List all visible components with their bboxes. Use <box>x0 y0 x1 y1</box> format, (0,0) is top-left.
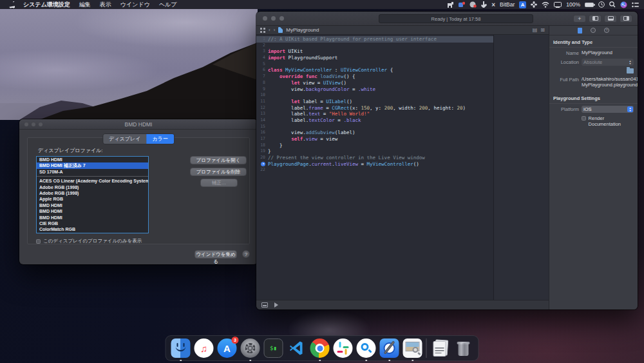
prefs-title-bar[interactable]: BMD HDMI <box>19 119 258 130</box>
editor-options-icon[interactable]: ▤ <box>533 26 538 35</box>
reveal-in-finder-icon[interactable] <box>627 68 634 74</box>
close-window-button[interactable] <box>263 16 267 21</box>
vscode-icon <box>287 338 307 358</box>
gather-windows-button[interactable]: ウインドウを集める <box>194 250 237 259</box>
inspector-toggle-button[interactable] <box>620 15 632 23</box>
pinwheel-status-icon[interactable] <box>531 1 537 8</box>
profile-list-item[interactable]: BMD HDMI <box>37 157 148 162</box>
apple-menu-icon[interactable] <box>5 1 19 8</box>
running-indicator-dot <box>412 360 413 362</box>
xcode-window-controls[interactable] <box>263 16 284 21</box>
terminal-icon: $▮ <box>264 338 283 358</box>
battery-icon[interactable] <box>585 1 594 8</box>
profile-list-item[interactable]: BMD HDMI 補正済み 7 <box>37 162 148 168</box>
breadcrumb-file-name[interactable]: MyPlayground <box>286 27 319 33</box>
open-profile-button[interactable]: プロファイルを開く <box>190 156 247 164</box>
dock-item-terminal[interactable]: $▮ <box>264 338 283 358</box>
record-status-icon[interactable] <box>469 1 477 8</box>
delete-profile-button[interactable]: プロファイルを削除 <box>190 168 247 176</box>
xbar-status-icon[interactable]: × <box>491 1 495 8</box>
menu-window[interactable]: ウインドウ <box>116 0 155 9</box>
pointer-hand-status-icon[interactable] <box>481 1 487 8</box>
platform-dropdown[interactable]: iOS ▲▼ <box>582 106 634 113</box>
dock-item-chrome[interactable] <box>310 338 330 358</box>
tab-color[interactable]: カラー <box>146 134 173 144</box>
minimize-window-button[interactable] <box>271 16 276 21</box>
profile-list-item[interactable]: BMD HDMI <box>37 215 148 221</box>
dock-item-vscode[interactable] <box>287 338 307 358</box>
menu-edit[interactable]: 編集 <box>75 0 95 9</box>
quick-help-tab-icon[interactable]: ? <box>604 28 609 33</box>
blue-red-status-icon[interactable] <box>459 1 465 8</box>
profile-list-item[interactable]: ACES CG Linear (Academy Color Encoding S… <box>37 178 148 184</box>
render-documentation-label: Render Documentation <box>589 115 634 127</box>
playground-file-icon <box>278 27 283 33</box>
display-mirroring-icon[interactable] <box>554 1 562 8</box>
menu-bar: システム環境設定 編集 表示 ウインドウ ヘルプ × BitBar A 100% <box>0 0 644 9</box>
run-line-button[interactable] <box>261 162 265 166</box>
profile-list-item[interactable]: Adobe RGB (1998) <box>37 184 148 190</box>
running-indicator-dot <box>365 360 367 362</box>
help-button[interactable]: ? <box>242 250 250 258</box>
dock-item-quicktime[interactable] <box>357 338 376 358</box>
activity-viewer: Ready | Today at 17:58 <box>379 14 533 23</box>
profile-list-item[interactable]: BMD HDMI <box>37 202 148 208</box>
file-inspector-tab-icon[interactable] <box>578 28 582 34</box>
profile-list-item[interactable]: Apple RGB <box>37 196 148 202</box>
dock: ♫A3$▮ <box>166 335 479 361</box>
dock-item-system-preferences[interactable] <box>241 338 260 358</box>
app-menu-system-preferences[interactable]: システム環境設定 <box>19 0 75 9</box>
pixel-pet-status-icon[interactable] <box>447 1 454 8</box>
back-chevron-icon[interactable]: ‹ <box>269 26 270 35</box>
calibrate-button[interactable]: 補正… <box>200 179 238 187</box>
profile-list-item[interactable]: Display P3 <box>37 233 148 233</box>
dock-item-trash[interactable] <box>454 338 473 358</box>
debug-area-toggle-button[interactable] <box>604 15 617 23</box>
running-indicator-dot <box>388 360 390 362</box>
dock-item-finder[interactable] <box>171 338 191 358</box>
quicktime-icon <box>357 338 376 358</box>
prefs-tab-control: ディスプレイ カラー <box>102 133 175 144</box>
clock-icon[interactable] <box>598 1 605 8</box>
display-profile-list[interactable]: BMD HDMIBMD HDMI 補正済み 7SD 170M-AACES CG … <box>36 156 149 233</box>
notification-center-icon[interactable] <box>632 1 639 8</box>
dock-item-xcode[interactable] <box>380 338 399 358</box>
split-editor-icon[interactable]: ⊞ <box>540 26 545 35</box>
run-playground-button[interactable] <box>274 302 278 308</box>
profile-list-item[interactable]: CIE RGB <box>37 221 148 226</box>
wifi-icon[interactable] <box>542 1 549 8</box>
location-label: Location <box>553 59 579 65</box>
library-button[interactable]: + <box>573 15 586 23</box>
siri-icon[interactable] <box>620 1 627 8</box>
show-only-profiles-checkbox[interactable] <box>36 239 41 244</box>
dock-item-slack[interactable] <box>334 338 353 358</box>
dock-item-music[interactable]: ♫ <box>194 338 214 358</box>
forward-chevron-icon[interactable]: › <box>274 26 276 35</box>
tab-display[interactable]: ディスプレイ <box>103 134 146 144</box>
profile-list-item[interactable]: Adobe RGB (1998) <box>37 190 148 196</box>
console-toggle-icon[interactable] <box>261 302 268 308</box>
zoom-window-button[interactable] <box>279 16 284 21</box>
navigator-toggle-button[interactable] <box>589 15 601 23</box>
dock-item-preview[interactable] <box>403 338 422 358</box>
render-documentation-checkbox[interactable] <box>582 116 586 121</box>
location-dropdown[interactable]: Absolute ▲▼ <box>582 59 634 66</box>
activity-status-text: Ready | Today at 17:58 <box>431 16 481 22</box>
profile-list-item[interactable]: SD 170M-A <box>37 169 148 175</box>
name-value[interactable]: MyPlayground <box>582 50 612 55</box>
menu-help[interactable]: ヘルプ <box>155 0 182 9</box>
system-preferences-icon <box>241 338 260 358</box>
prefs-window-controls[interactable] <box>24 123 43 126</box>
related-items-icon[interactable] <box>260 28 265 33</box>
bitbar-status-label[interactable]: BitBar <box>500 1 515 8</box>
input-source-icon[interactable]: A <box>519 1 526 8</box>
identity-section-header: Identity and Type <box>549 35 638 48</box>
history-inspector-tab-icon[interactable]: ○ <box>591 28 596 33</box>
dock-item-documents[interactable] <box>431 338 450 358</box>
profile-list-item[interactable]: ColorMatch RGB <box>37 226 148 232</box>
dock-item-app-store[interactable]: A3 <box>218 338 237 358</box>
menu-view[interactable]: 表示 <box>95 0 116 9</box>
profile-list-item[interactable]: BMD HDMI <box>37 208 148 214</box>
spotlight-icon[interactable] <box>609 1 616 8</box>
xcode-title-bar[interactable]: Ready | Today at 17:58 + <box>256 12 638 26</box>
